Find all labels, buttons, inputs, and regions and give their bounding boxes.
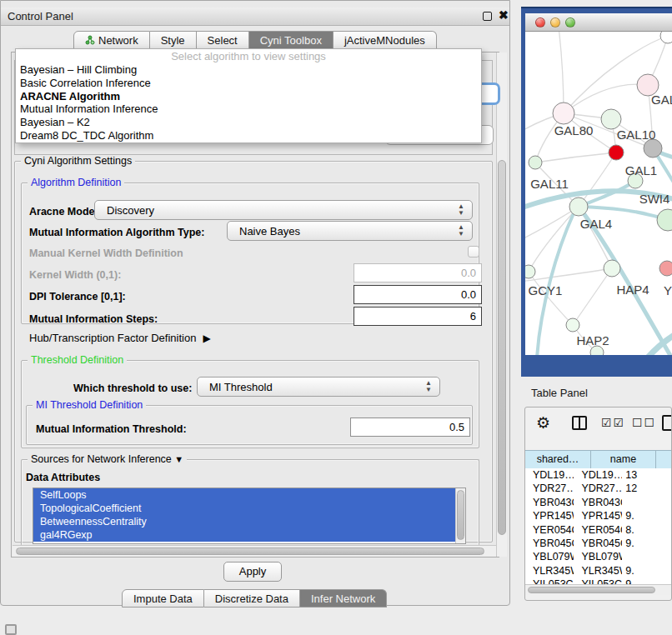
attribute-list-item[interactable]: TopologicalCoefficient: [33, 502, 456, 515]
table-cell: YIL053C: [525, 578, 574, 584]
settings-horizontal-scrollbar[interactable]: [13, 545, 496, 557]
table-cell: YDR27…: [574, 482, 622, 495]
algorithm-option[interactable]: Bayesian – Hill Climbing: [16, 63, 481, 77]
table-column-header[interactable]: A: [656, 451, 672, 468]
which-threshold-select[interactable]: MI Threshold ▲▼: [197, 377, 440, 397]
table-horizontal-scrollbar[interactable]: [525, 584, 672, 595]
table-cell: YPR145W: [574, 509, 622, 522]
hub-definition-expander[interactable]: Hub/Transcription Factor Definition▶: [29, 332, 211, 344]
close-panel-icon[interactable]: ✖: [499, 8, 509, 22]
tab-discretize-data[interactable]: Discretize Data: [204, 589, 300, 608]
network-node-label: GCY1: [529, 283, 563, 298]
deselect-all-checkboxes-icon[interactable]: ☐☐: [632, 416, 656, 429]
zoom-window-icon[interactable]: [565, 18, 575, 28]
control-panel-title: Control Panel: [8, 10, 73, 22]
network-node[interactable]: [604, 260, 620, 277]
algorithm-option[interactable]: Bayesian – K2: [16, 116, 481, 129]
aracne-mode-select[interactable]: Discovery ▲▼: [94, 200, 473, 220]
table-row[interactable]: YDR27…YDR27…12: [525, 482, 672, 495]
table-row[interactable]: YBR045CYBR045C9.: [525, 537, 672, 550]
algorithm-option[interactable]: Mutual Information Inference: [16, 102, 481, 116]
attribute-list-item[interactable]: BetweennessCentrality: [33, 515, 456, 528]
minimized-panel-icon[interactable]: [5, 624, 17, 635]
scrollbar-thumb[interactable]: [457, 490, 464, 540]
table-column-header[interactable]: name: [591, 451, 656, 468]
network-view-window[interactable]: GALGAL80GAL10GAL1GAL11SWI4GAL4GCY1HAP4YH…: [521, 7, 672, 377]
data-attributes-list[interactable]: SelfLoopsTopologicalCoefficientBetweenne…: [33, 488, 466, 544]
table-cell: 9.: [622, 578, 672, 584]
algorithm-option[interactable]: ARACNE Algorithm: [16, 90, 481, 103]
table-cell: 12: [622, 482, 672, 495]
settings-vertical-scrollbar[interactable]: [496, 52, 507, 557]
sources-title[interactable]: Sources for Network Inference ▼: [28, 453, 187, 465]
network-node-label: GAL11: [530, 177, 569, 191]
network-node-label: SWI4: [639, 192, 670, 206]
attribute-list-item[interactable]: SelfLoops: [33, 488, 456, 502]
network-node[interactable]: [609, 145, 624, 160]
network-canvas[interactable]: GALGAL80GAL10GAL1GAL11SWI4GAL4GCY1HAP4YH…: [525, 32, 672, 355]
tab-impute-data[interactable]: Impute Data: [122, 589, 204, 608]
table-row[interactable]: YBL079WYBL079W: [525, 550, 672, 563]
tab-network[interactable]: Network: [73, 31, 150, 49]
network-node[interactable]: [644, 139, 662, 158]
network-node[interactable]: [659, 261, 672, 276]
table-row[interactable]: YBR043CYBR043C: [525, 496, 672, 509]
new-table-icon[interactable]: [662, 415, 672, 431]
network-node[interactable]: [553, 102, 574, 124]
spinner-arrows-icon: ▲▼: [458, 203, 464, 217]
data-attributes-label: Data Attributes: [26, 472, 100, 483]
algorithm-option[interactable]: Dream8 DC_TDC Algorithm: [16, 129, 481, 142]
tab-select[interactable]: Select: [197, 31, 249, 49]
gear-icon[interactable]: ⚙: [536, 413, 550, 432]
table-column-header[interactable]: shared…: [525, 451, 591, 468]
table-row[interactable]: YPR145WYPR145W9.: [525, 509, 672, 522]
network-node[interactable]: [569, 198, 588, 216]
tab-style[interactable]: Style: [150, 31, 197, 49]
table-header-row[interactable]: shared…nameA: [525, 450, 672, 469]
scrollbar-thumb[interactable]: [528, 587, 655, 593]
mi-algorithm-type-select[interactable]: Naive Bayes ▲▼: [227, 221, 473, 241]
table-cell: YBR045C: [525, 537, 574, 550]
tab-jactivemnodules[interactable]: jActiveMNodules: [333, 31, 437, 49]
table-cell: YBR043C: [574, 496, 622, 509]
attribute-list-scrollbar[interactable]: [455, 488, 465, 543]
tab-cyni-toolbox[interactable]: Cyni Toolbox: [249, 31, 333, 49]
apply-button[interactable]: Apply: [223, 562, 282, 582]
columns-icon[interactable]: [572, 416, 587, 430]
algorithm-option[interactable]: Basic Correlation Inference: [16, 77, 481, 90]
dpi-tolerance-input[interactable]: [354, 285, 482, 304]
network-window-titlebar[interactable]: [525, 13, 672, 32]
kernel-width-input[interactable]: [354, 263, 482, 282]
float-window-icon[interactable]: [483, 12, 492, 21]
table-row[interactable]: YER054CYER054C8.: [525, 523, 672, 537]
table-row[interactable]: YDL19…YDL19…13: [525, 468, 672, 482]
tab-infer-network[interactable]: Infer Network: [300, 589, 387, 608]
network-node[interactable]: [529, 156, 542, 169]
minimize-window-icon[interactable]: [550, 18, 560, 28]
table-row[interactable]: YLR345WYLR345W9.: [525, 564, 672, 578]
table-cell: YBL079W: [525, 550, 574, 563]
mi-threshold-input[interactable]: [350, 418, 470, 437]
threshold-definition-title: Threshold Definition: [28, 354, 127, 366]
table-cell: YIL053C: [574, 578, 622, 584]
network-node[interactable]: [657, 209, 672, 231]
scrollbar-thumb[interactable]: [16, 548, 484, 555]
table-cell: YBR045C: [574, 537, 622, 550]
network-node[interactable]: [601, 109, 621, 129]
dpi-tolerance-label: DPI Tolerance [0,1]:: [29, 291, 126, 302]
manual-kernel-checkbox[interactable]: [468, 246, 479, 258]
network-node[interactable]: [525, 265, 535, 278]
network-node[interactable]: [660, 32, 672, 43]
hub-definition-label: Hub/Transcription Factor Definition: [29, 332, 196, 344]
close-window-icon[interactable]: [535, 18, 545, 28]
aracne-mode-value: Discovery: [107, 204, 154, 217]
table-row[interactable]: YIL053CYIL053C9.: [525, 578, 672, 584]
select-all-checkboxes-icon[interactable]: ☑☑: [601, 416, 625, 429]
tab-label: Impute Data: [133, 590, 193, 608]
scrollbar-thumb[interactable]: [498, 160, 506, 535]
network-node[interactable]: [566, 318, 579, 332]
attribute-list-item[interactable]: gal4RGexp: [33, 528, 456, 542]
algorithm-options-list: Bayesian – Hill ClimbingBasic Correlatio…: [16, 63, 481, 142]
control-panel-titlebar[interactable]: Control Panel ✖: [1, 8, 509, 26]
mi-steps-input[interactable]: [354, 307, 482, 326]
